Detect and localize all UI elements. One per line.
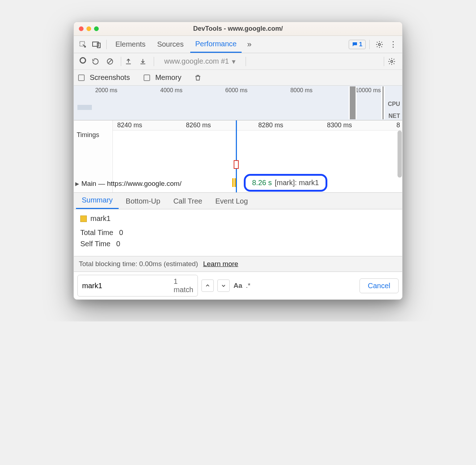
total-time-label: Total Time (80, 229, 113, 237)
search-match-count: 1 match (174, 277, 193, 294)
timing-marker[interactable] (234, 160, 239, 169)
download-profile-icon[interactable] (139, 58, 150, 65)
mark-text: [mark]: mark1 (275, 179, 319, 187)
tab-summary[interactable]: Summary (76, 192, 119, 209)
detail-tick: 8260 ms (186, 121, 211, 129)
screenshots-label: Screenshots (90, 73, 130, 82)
match-case-toggle[interactable]: Aa (233, 282, 242, 290)
tab-elements[interactable]: Elements (110, 36, 150, 53)
tab-event-log[interactable]: Event Log (209, 193, 254, 209)
ov-tick: 6000 ms (225, 87, 247, 94)
regex-toggle[interactable]: .* (246, 282, 251, 290)
overview-window-handle[interactable] (381, 86, 385, 119)
detail-tick: 8240 ms (117, 121, 142, 129)
inspect-element-icon[interactable] (77, 38, 89, 51)
dropdown-caret-icon: ▾ (232, 57, 235, 66)
memory-checkbox[interactable] (144, 74, 150, 81)
total-time-value: 0 (119, 229, 123, 237)
trash-icon[interactable] (194, 74, 201, 82)
mark-time: 8.26 s (252, 179, 272, 187)
tab-call-tree[interactable]: Call Tree (167, 193, 208, 209)
svg-point-6 (391, 60, 393, 63)
blocking-text: Total blocking time: 0.00ms (estimated) (79, 260, 198, 268)
search-bar: 1 match Aa .* Cancel (74, 272, 402, 299)
scrollbar-thumb[interactable] (398, 131, 402, 178)
reload-record-button[interactable] (92, 58, 103, 65)
timings-label: Timings (74, 131, 112, 167)
perf-toolbar: www.google.com #1 ▾ (74, 53, 402, 70)
screenshots-checkbox[interactable] (78, 74, 85, 81)
capture-settings-gear-icon[interactable] (388, 57, 399, 65)
detail-tick: 8280 ms (258, 121, 283, 129)
overview-window-handle[interactable] (349, 86, 357, 119)
cpu-label: CPU (388, 101, 400, 107)
capture-options: Screenshots Memory (74, 70, 402, 86)
svg-line-5 (108, 60, 112, 63)
ov-tick: 10000 ms (355, 87, 381, 94)
ov-tick: 4000 ms (160, 87, 182, 94)
record-button[interactable] (77, 57, 88, 65)
net-label: NET (388, 113, 400, 119)
flame-chart[interactable]: ms Frames 8240 ms 8260 ms 8280 ms 8300 m… (74, 120, 402, 193)
kebab-menu-icon[interactable]: ⋮ (387, 38, 399, 51)
memory-label: Memory (155, 73, 181, 82)
search-box: 1 match (77, 275, 198, 297)
devtools-window: DevTools - www.google.com/ Elements Sour… (73, 22, 403, 300)
timeline-overview[interactable]: 2000 ms 4000 ms 6000 ms 8000 ms 10000 ms… (74, 86, 402, 120)
blocking-time-row: Total blocking time: 0.00ms (estimated) … (74, 256, 402, 272)
more-tabs-icon[interactable]: » (243, 38, 255, 51)
detail-tick: 8300 ms (327, 121, 352, 129)
learn-more-link[interactable]: Learn more (203, 260, 238, 268)
window-title: DevTools - www.google.com/ (74, 25, 402, 33)
tab-sources[interactable]: Sources (152, 36, 188, 53)
self-time-label: Self Time (80, 240, 110, 248)
comment-count: 1 (359, 41, 362, 48)
summary-panel: mark1 Total Time 0 Self Time 0 (74, 209, 402, 256)
tab-performance[interactable]: Performance (190, 36, 242, 53)
event-color-swatch (80, 216, 87, 222)
detail-tick: 8 (396, 121, 400, 129)
ov-tick: 2000 ms (95, 87, 117, 94)
comments-badge[interactable]: 1 (349, 40, 366, 49)
expand-triangle-icon[interactable]: ▶ (75, 181, 79, 187)
main-thread-row[interactable]: ▶ Main — https://www.google.com/ (75, 180, 402, 188)
svg-point-3 (378, 43, 381, 46)
search-next-button[interactable] (217, 280, 230, 292)
main-tabbar: Elements Sources Performance » 1 ⋮ (74, 36, 402, 53)
mark-tooltip: 8.26 s [mark]: mark1 (244, 174, 327, 192)
upload-profile-icon[interactable] (125, 58, 136, 65)
titlebar: DevTools - www.google.com/ (74, 22, 402, 36)
search-input[interactable] (82, 282, 174, 290)
event-name: mark1 (90, 214, 111, 223)
search-prev-button[interactable] (201, 280, 214, 292)
settings-gear-icon[interactable] (373, 38, 386, 51)
tab-bottom-up[interactable]: Bottom-Up (120, 193, 166, 209)
details-tabbar: Summary Bottom-Up Call Tree Event Log (74, 193, 402, 209)
ov-tick: 8000 ms (290, 87, 313, 94)
profile-select[interactable]: www.google.com #1 ▾ (158, 57, 242, 66)
device-toolbar-icon[interactable] (90, 38, 103, 51)
clear-button[interactable] (106, 58, 117, 65)
cancel-button[interactable]: Cancel (360, 278, 399, 293)
self-time-value: 0 (116, 240, 120, 248)
cpu-overview-graph (77, 105, 92, 110)
